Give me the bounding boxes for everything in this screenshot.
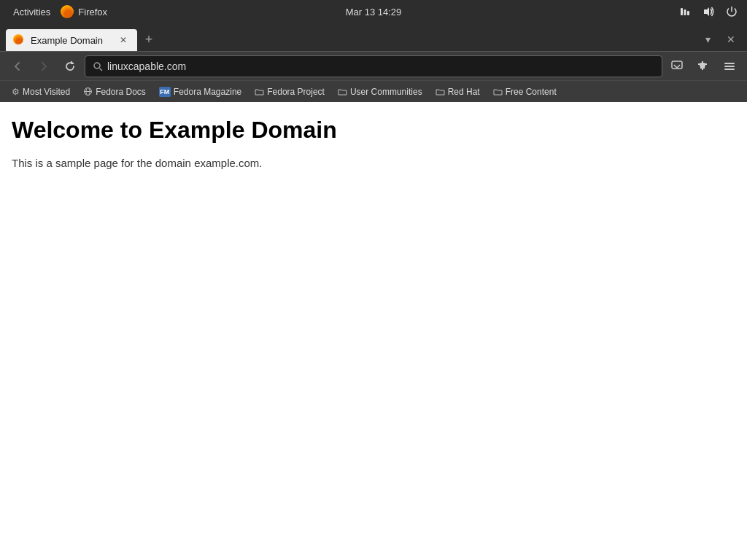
bookmark-fedora-project[interactable]: Fedora Project bbox=[249, 85, 330, 99]
page-body: This is a sample page for the domain exa… bbox=[12, 155, 735, 172]
extensions-button[interactable] bbox=[692, 55, 715, 78]
svg-line-5 bbox=[100, 68, 103, 71]
system-bar-left: Activities Firefox bbox=[9, 5, 107, 19]
nav-bar: linuxcapable.com bbox=[0, 51, 747, 80]
tab-list-button[interactable]: ▾ bbox=[697, 29, 718, 50]
bookmark-label: Free Content bbox=[506, 87, 557, 97]
svg-rect-0 bbox=[681, 8, 683, 15]
folder-icon bbox=[255, 87, 264, 96]
browser-chrome: Example Domain ✕ + ▾ ✕ bbox=[0, 23, 747, 102]
active-tab[interactable]: Example Domain ✕ bbox=[6, 29, 137, 51]
search-icon bbox=[93, 61, 103, 71]
firefox-app-name: Firefox bbox=[78, 7, 107, 18]
firefox-label: Firefox bbox=[61, 5, 107, 18]
menu-button[interactable] bbox=[718, 55, 741, 78]
bookmark-fedora-magazine[interactable]: FM Fedora Magazine bbox=[153, 85, 247, 99]
svg-rect-1 bbox=[684, 9, 686, 15]
folder-icon bbox=[493, 87, 503, 96]
svg-point-4 bbox=[94, 63, 100, 69]
bookmark-label: Fedora Project bbox=[267, 87, 325, 97]
globe-icon bbox=[83, 87, 93, 96]
bookmark-label: Fedora Magazine bbox=[174, 87, 241, 97]
nav-right-buttons bbox=[665, 55, 741, 78]
address-text: linuxcapable.com bbox=[107, 61, 654, 72]
network-icon[interactable] bbox=[678, 5, 692, 18]
tab-bar-right: ▾ ✕ bbox=[697, 29, 741, 50]
reload-button[interactable] bbox=[58, 55, 82, 78]
close-window-button[interactable]: ✕ bbox=[721, 29, 741, 50]
system-tray bbox=[678, 5, 738, 18]
folder-icon bbox=[338, 87, 347, 96]
system-datetime: Mar 13 14:29 bbox=[346, 7, 402, 18]
most-visited-icon: ⚙ bbox=[12, 87, 20, 97]
bookmark-most-visited[interactable]: ⚙ Most Visited bbox=[6, 85, 76, 99]
volume-icon[interactable] bbox=[702, 5, 715, 18]
close-tab-button[interactable]: ✕ bbox=[117, 34, 130, 47]
page-content: Welcome to Example Domain This is a samp… bbox=[0, 102, 747, 560]
tab-bar: Example Domain ✕ + ▾ ✕ bbox=[0, 23, 747, 51]
svg-rect-9 bbox=[724, 69, 735, 70]
bookmarks-bar: ⚙ Most Visited Fedora Docs FM Fedora Mag… bbox=[0, 80, 747, 102]
svg-rect-8 bbox=[724, 66, 735, 67]
tab-title: Example Domain bbox=[31, 35, 111, 46]
activities-button[interactable]: Activities bbox=[9, 5, 55, 19]
svg-marker-3 bbox=[704, 7, 709, 16]
fm-icon: FM bbox=[159, 87, 171, 97]
bookmark-label: Most Visited bbox=[23, 87, 70, 97]
bookmark-label: Red Hat bbox=[448, 87, 480, 97]
bookmark-user-communities[interactable]: User Communities bbox=[332, 85, 428, 99]
bookmark-label: Fedora Docs bbox=[96, 87, 146, 97]
bookmark-red-hat[interactable]: Red Hat bbox=[430, 85, 486, 99]
bookmark-label: User Communities bbox=[350, 87, 422, 97]
forward-button[interactable] bbox=[32, 55, 55, 78]
new-tab-button[interactable]: + bbox=[139, 29, 159, 50]
firefox-app-icon bbox=[61, 5, 74, 18]
back-button[interactable] bbox=[6, 55, 29, 78]
system-bar: Activities Firefox Mar 13 14:29 bbox=[0, 0, 747, 23]
svg-rect-2 bbox=[687, 11, 689, 15]
bookmark-free-content[interactable]: Free Content bbox=[487, 85, 562, 99]
folder-icon bbox=[436, 87, 445, 96]
power-icon[interactable] bbox=[725, 5, 738, 18]
pocket-button[interactable] bbox=[665, 55, 689, 78]
address-bar[interactable]: linuxcapable.com bbox=[85, 55, 662, 77]
bookmark-fedora-docs[interactable]: Fedora Docs bbox=[77, 85, 152, 99]
page-heading: Welcome to Example Domain bbox=[12, 117, 735, 144]
tab-favicon bbox=[13, 34, 25, 46]
svg-rect-7 bbox=[724, 63, 735, 64]
